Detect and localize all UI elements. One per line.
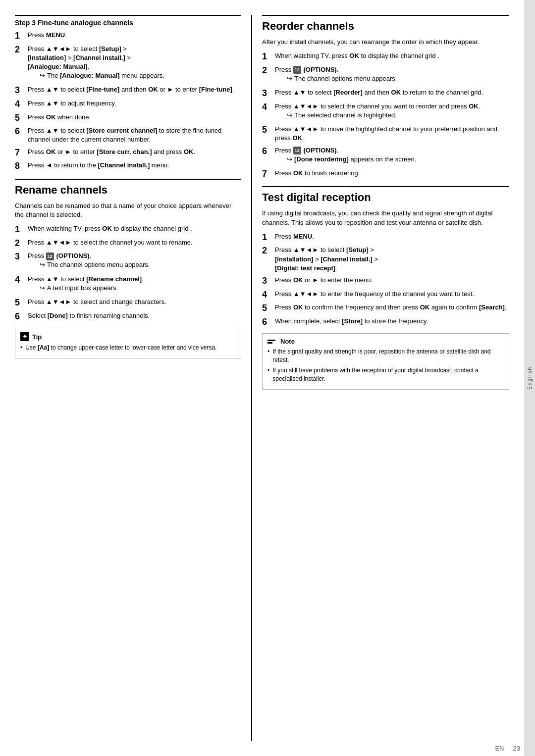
- arrow-icon: ↪: [40, 71, 45, 80]
- bullet-icon: •: [268, 366, 269, 383]
- reorder-desc: After you install channels, you can rear…: [262, 38, 509, 47]
- step3-step2: 2 Press ▲▼◄► to select [Setup] >[Install…: [15, 45, 241, 83]
- step-text: Press ▲▼ to select [Reorder] and then OK…: [275, 88, 509, 97]
- footer: EN 23: [0, 741, 535, 756]
- note-item2: • If you still have problems with the re…: [268, 366, 504, 383]
- step3-step8: 8 Press ◄ to return to the [Channel inst…: [15, 161, 241, 172]
- step3-title: Step 3 Fine-tune analogue channels: [15, 15, 241, 27]
- step-number: 3: [262, 276, 273, 287]
- step-note: ↪ The selected channel is highlighted.: [287, 111, 509, 120]
- step-number: 5: [15, 298, 26, 308]
- rename-title: Rename channels: [15, 184, 241, 197]
- reorder-step3: 3 Press ▲▼ to select [Reorder] and then …: [262, 88, 509, 99]
- footer-page-info: EN 23: [495, 745, 520, 752]
- step-number: 7: [262, 169, 273, 180]
- step-text: Press ◄ to return to the [Channel instal…: [28, 161, 241, 170]
- note-header: Note: [268, 338, 504, 345]
- step-number: 2: [262, 65, 273, 76]
- test-step1: 1 Press MENU.: [262, 232, 509, 243]
- test-title: Test digital reception: [262, 191, 509, 204]
- arrow-icon: ↪: [287, 111, 292, 120]
- reorder-step1: 1 When watching TV, press OK to display …: [262, 51, 509, 62]
- bullet-icon: •: [268, 348, 269, 364]
- step-note: ↪ The channel options menu appears.: [287, 74, 509, 83]
- step-number: 2: [15, 45, 26, 55]
- divider: [15, 179, 241, 180]
- step-number: 8: [15, 161, 26, 172]
- step-text: Press 12 (OPTIONS). ↪ [Done reordering] …: [275, 146, 509, 166]
- step-text: Press OK or ► to enter the menu.: [275, 276, 509, 285]
- tip-header: ✦ Tip: [20, 332, 236, 341]
- step-text: Press OK when done.: [28, 113, 241, 122]
- step-text: Press ▲▼◄► to select [Setup] >[Installat…: [28, 45, 241, 83]
- tip-label: Tip: [32, 333, 42, 341]
- step-number: 3: [15, 85, 26, 96]
- tip-content: • Use [Aa] to change upper-case letter t…: [20, 344, 236, 352]
- reorder-title: Reorder channels: [262, 15, 509, 33]
- step3-step6: 6 Press ▲▼ to select [Store current chan…: [15, 126, 241, 144]
- left-column: Step 3 Fine-tune analogue channels 1 Pre…: [15, 15, 252, 741]
- step-text: Press ▲▼ to select [Fine-tune] and then …: [28, 85, 241, 94]
- step-text: Press OK to finish reordering.: [275, 169, 509, 178]
- main-content: Step 3 Fine-tune analogue channels 1 Pre…: [0, 0, 524, 756]
- divider: [262, 186, 509, 187]
- reorder-step7: 7 Press OK to finish reordering.: [262, 169, 509, 180]
- step-number: 4: [262, 102, 273, 113]
- rename-step6: 6 Select [Done] to finish renaming chann…: [15, 311, 241, 322]
- step-note: ↪ The [Analogue: Manual] menu appears.: [40, 71, 241, 80]
- note-line1: [268, 340, 275, 341]
- step-number: 6: [15, 311, 26, 322]
- test-step6: 6 When complete, select [Store] to store…: [262, 317, 509, 328]
- step-number: 3: [15, 252, 26, 262]
- step-note: ↪ [Done reordering] appears on the scree…: [287, 155, 509, 164]
- step-number: 5: [262, 303, 273, 314]
- step-text: Press ▲▼◄► to select [Setup] >[Installat…: [275, 246, 509, 273]
- reorder-step6: 6 Press 12 (OPTIONS). ↪ [Done reordering…: [262, 146, 509, 166]
- step-number: 6: [262, 146, 273, 157]
- step-text: Press MENU.: [275, 232, 509, 241]
- tip-item: • Use [Aa] to change upper-case letter t…: [20, 344, 236, 352]
- rename-step1: 1 When watching TV, press OK to display …: [15, 224, 241, 235]
- reorder-step5: 5 Press ▲▼◄► to move the highlighted cha…: [262, 125, 509, 143]
- step-text: Press ▲▼ to select [Store current channe…: [28, 126, 241, 144]
- right-column: Reorder channels After you install chann…: [252, 15, 509, 741]
- step-number: 5: [15, 113, 26, 124]
- step-note: ↪ A text input box appears.: [40, 284, 241, 293]
- rename-step3: 3 Press 12 (OPTIONS). ↪ The channel opti…: [15, 252, 241, 271]
- note-box: Note • If the signal quality and strengt…: [262, 333, 509, 389]
- step-text: Press ▲▼ to select [Rename channel]. ↪ A…: [28, 275, 241, 295]
- step-number: 4: [262, 290, 273, 301]
- step-text: When watching TV, press OK to display th…: [275, 51, 509, 60]
- rename-step5: 5 Press ▲▼◄► to select and change charac…: [15, 298, 241, 308]
- step-text: Press ▲▼◄► to select the channel you wan…: [28, 238, 241, 247]
- reorder-step4: 4 Press ▲▼◄► to select the channel you w…: [262, 102, 509, 122]
- note-icon: [268, 340, 277, 344]
- note-item1: • If the signal quality and strength is …: [268, 348, 504, 364]
- step3-step3: 3 Press ▲▼ to select [Fine-tune] and the…: [15, 85, 241, 96]
- rename-step2: 2 Press ▲▼◄► to select the channel you w…: [15, 238, 241, 249]
- step-text: Press 12 (OPTIONS). ↪ The channel option…: [28, 252, 241, 271]
- note-lines-icon: [268, 340, 275, 344]
- rename-desc: Channels can be renamed so that a name o…: [15, 202, 241, 219]
- step-text: When complete, select [Store] to store t…: [275, 317, 509, 326]
- step-number: 1: [15, 31, 26, 42]
- step-text: Press ▲▼ to adjust frequency.: [28, 99, 241, 108]
- step-text: Press ▲▼◄► to move the highlighted chann…: [275, 125, 509, 143]
- test-step5: 5 Press OK to confirm the frequency and …: [262, 303, 509, 314]
- step-number: 1: [262, 51, 273, 62]
- step-text: Press 12 (OPTIONS). ↪ The channel option…: [275, 65, 509, 85]
- step-text: When watching TV, press OK to display th…: [28, 224, 241, 233]
- language-tab: English: [524, 0, 535, 756]
- footer-page-num: 23: [513, 745, 520, 752]
- step-text: Press ▲▼◄► to select and change characte…: [28, 298, 241, 306]
- step-number: 5: [262, 125, 273, 136]
- step-number: 4: [15, 275, 26, 286]
- note-label: Note: [280, 338, 295, 345]
- reorder-step2: 2 Press 12 (OPTIONS). ↪ The channel opti…: [262, 65, 509, 85]
- tip-icon: ✦: [20, 332, 29, 341]
- arrow-icon: ↪: [287, 155, 292, 164]
- note-line2: [268, 342, 272, 344]
- step-number: 2: [262, 246, 273, 256]
- step-text: Select [Done] to finish renaming channel…: [28, 311, 241, 320]
- step-number: 1: [262, 232, 273, 243]
